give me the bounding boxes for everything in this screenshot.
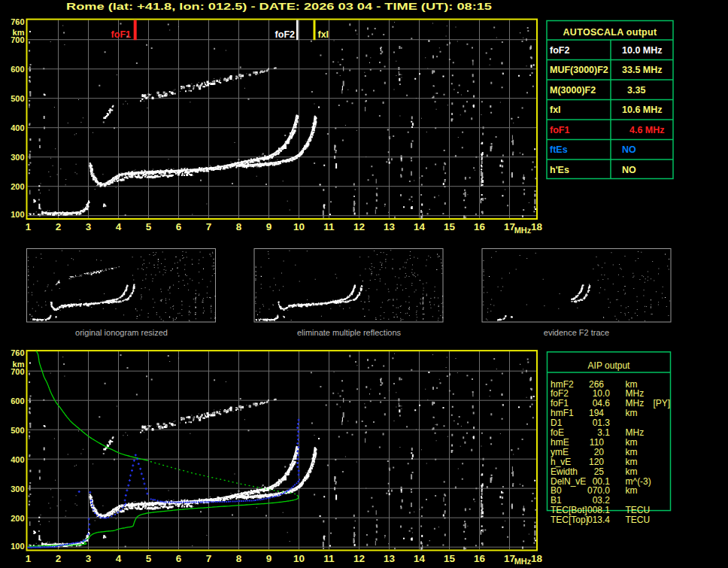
svg-text:300: 300 xyxy=(11,484,24,494)
svg-text:foF1: foF1 xyxy=(551,398,569,409)
svg-text:1: 1 xyxy=(26,553,32,564)
svg-text:1: 1 xyxy=(26,221,32,232)
svg-text:3: 3 xyxy=(86,553,92,564)
svg-text:013.4: 013.4 xyxy=(587,515,610,525)
svg-text:[PY]: [PY] xyxy=(654,398,671,409)
svg-text:12: 12 xyxy=(353,221,365,232)
svg-text:600: 600 xyxy=(11,65,24,74)
svg-text:fxI: fxI xyxy=(318,29,329,40)
svg-text:km: km xyxy=(626,466,638,477)
svg-text:TEC[Bot]: TEC[Bot] xyxy=(551,505,587,515)
svg-text:Rome (lat: +41.8, lon: 012.5): Rome (lat: +41.8, lon: 012.5) - DATE: 20… xyxy=(66,1,492,12)
svg-text:266: 266 xyxy=(589,379,604,390)
svg-text:h'Es: h'Es xyxy=(550,165,569,175)
svg-text:3.1: 3.1 xyxy=(597,427,610,438)
svg-text:2: 2 xyxy=(56,553,62,564)
svg-text:13: 13 xyxy=(384,553,396,564)
svg-text:10: 10 xyxy=(293,553,305,564)
svg-text:04.6: 04.6 xyxy=(593,398,611,409)
svg-text:12: 12 xyxy=(353,553,365,564)
svg-text:eliminate multiple reflections: eliminate multiple reflections xyxy=(297,328,402,337)
svg-text:008.1: 008.1 xyxy=(587,505,610,515)
svg-text:700: 700 xyxy=(11,367,24,376)
svg-text:600: 600 xyxy=(11,396,24,405)
svg-text:NO: NO xyxy=(622,144,636,155)
svg-text:300: 300 xyxy=(11,153,24,162)
svg-text:foF1: foF1 xyxy=(550,125,569,135)
svg-text:TECU: TECU xyxy=(626,515,651,525)
svg-text:MHz: MHz xyxy=(514,557,532,566)
svg-text:760: 760 xyxy=(11,348,24,357)
svg-text:7: 7 xyxy=(206,221,212,232)
svg-text:18: 18 xyxy=(531,553,543,564)
svg-text:8: 8 xyxy=(236,221,242,232)
svg-text:MUF(3000)F2: MUF(3000)F2 xyxy=(550,65,608,75)
svg-text:7: 7 xyxy=(206,553,212,564)
svg-text:hmF1: hmF1 xyxy=(551,408,574,418)
svg-text:194: 194 xyxy=(589,408,604,418)
svg-text:foF2: foF2 xyxy=(550,45,569,56)
svg-text:MHz: MHz xyxy=(626,388,645,399)
svg-text:11: 11 xyxy=(323,221,335,232)
svg-text:foF2: foF2 xyxy=(275,29,295,40)
svg-text:760: 760 xyxy=(11,17,24,26)
svg-text:TEC[Top]: TEC[Top] xyxy=(551,515,588,525)
svg-text:10: 10 xyxy=(293,221,305,232)
svg-text:14: 14 xyxy=(414,221,426,232)
svg-text:6: 6 xyxy=(176,553,182,564)
svg-text:2: 2 xyxy=(56,221,62,232)
svg-text:4: 4 xyxy=(116,553,122,564)
svg-text:100: 100 xyxy=(11,210,24,219)
svg-text:6: 6 xyxy=(176,221,182,232)
svg-text:5: 5 xyxy=(146,553,152,564)
svg-text:hmE: hmE xyxy=(551,437,569,448)
svg-text:foE: foE xyxy=(551,427,564,438)
svg-text:km: km xyxy=(626,408,638,418)
svg-text:3: 3 xyxy=(86,221,92,232)
svg-text:ftEs: ftEs xyxy=(550,144,568,155)
svg-text:hmF2: hmF2 xyxy=(551,379,574,390)
svg-text:3.35: 3.35 xyxy=(627,85,645,96)
svg-text:km: km xyxy=(626,437,638,448)
svg-text:MHz: MHz xyxy=(626,427,645,438)
svg-text:200: 200 xyxy=(11,514,24,523)
svg-text:NO: NO xyxy=(622,165,636,175)
svg-text:Ewidth: Ewidth xyxy=(551,466,578,477)
svg-text:00.1: 00.1 xyxy=(593,476,611,487)
svg-text:h_vE: h_vE xyxy=(551,457,571,467)
svg-text:14: 14 xyxy=(414,553,426,564)
svg-text:evidence F2 trace: evidence F2 trace xyxy=(544,328,609,337)
svg-text:9: 9 xyxy=(266,221,272,232)
svg-text:10.0: 10.0 xyxy=(593,388,611,399)
svg-text:foF2: foF2 xyxy=(551,388,569,399)
svg-text:M(3000)F2: M(3000)F2 xyxy=(550,85,596,96)
svg-text:500: 500 xyxy=(11,94,24,103)
svg-text:4: 4 xyxy=(116,221,122,232)
svg-text:MHz: MHz xyxy=(626,398,645,409)
svg-text:18: 18 xyxy=(531,221,543,232)
svg-text:110: 110 xyxy=(590,437,604,448)
svg-text:500: 500 xyxy=(11,426,24,435)
svg-text:16: 16 xyxy=(474,553,486,564)
svg-text:TECU: TECU xyxy=(626,505,651,515)
svg-text:13: 13 xyxy=(384,221,396,232)
svg-text:03.2: 03.2 xyxy=(593,495,611,506)
svg-text:m^(-3): m^(-3) xyxy=(626,476,651,487)
svg-text:B0: B0 xyxy=(551,485,562,496)
svg-text:15: 15 xyxy=(444,221,456,232)
svg-text:original ionogram resized: original ionogram resized xyxy=(75,328,168,337)
svg-text:ymE: ymE xyxy=(551,447,569,457)
svg-text:070.0: 070.0 xyxy=(587,485,610,496)
svg-text:5: 5 xyxy=(146,221,152,232)
svg-text:AUTOSCALA output: AUTOSCALA output xyxy=(563,27,657,38)
svg-text:16: 16 xyxy=(474,221,486,232)
svg-text:120: 120 xyxy=(589,457,604,467)
svg-text:km: km xyxy=(626,485,638,496)
svg-text:400: 400 xyxy=(11,455,24,464)
svg-text:8: 8 xyxy=(236,553,242,564)
svg-text:10.6 MHz: 10.6 MHz xyxy=(622,105,663,115)
svg-text:9: 9 xyxy=(266,553,272,564)
svg-text:700: 700 xyxy=(11,35,24,44)
svg-text:25: 25 xyxy=(594,466,605,477)
svg-text:km: km xyxy=(626,447,638,457)
